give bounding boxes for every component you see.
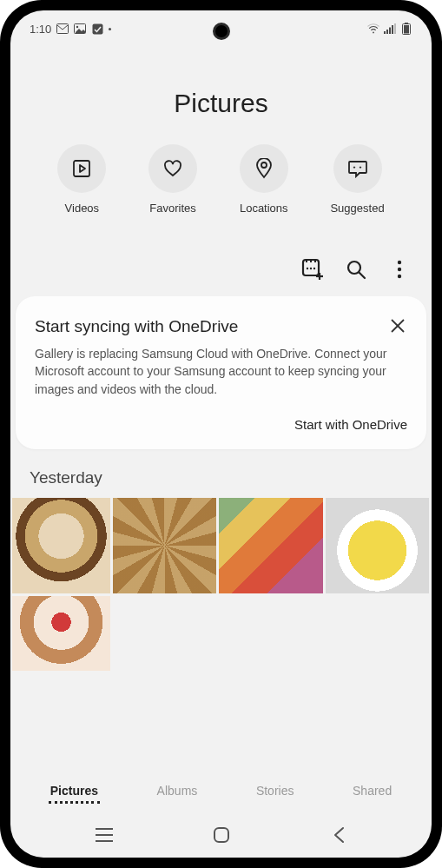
heart-icon [163,160,182,177]
svg-rect-11 [404,25,409,34]
tab-stories[interactable]: Stories [254,780,296,804]
svg-line-24 [360,273,366,279]
quick-label: Suggested [330,202,384,215]
nav-back-button[interactable] [327,823,351,847]
svg-rect-15 [306,260,307,262]
more-button[interactable] [388,258,411,281]
card-action-button[interactable]: Start with OneDrive [35,417,407,432]
quick-label: Locations [240,202,288,215]
create-button[interactable] [301,258,324,281]
search-button[interactable] [345,258,367,281]
svg-rect-4 [384,31,386,34]
onedrive-sync-card: Start syncing with OneDrive Gallery is r… [16,296,426,449]
svg-point-26 [398,268,401,271]
svg-rect-17 [314,260,316,262]
back-icon [333,826,345,844]
card-title: Start syncing with OneDrive [35,317,238,336]
system-nav-bar [10,812,432,858]
photo-thumbnail[interactable] [113,498,215,593]
tab-albums[interactable]: Albums [155,780,200,804]
svg-point-19 [310,268,312,269]
search-icon [346,259,366,280]
toolbar [10,258,432,296]
photo-thumbnail[interactable] [219,498,324,593]
svg-point-25 [398,261,401,264]
svg-rect-5 [386,30,388,34]
bottom-tabs: Pictures Albums Stories Shared [10,763,432,812]
svg-point-18 [307,268,308,269]
card-close-button[interactable] [390,318,407,335]
svg-rect-0 [57,24,69,34]
svg-rect-33 [214,828,228,842]
svg-point-2 [76,26,78,28]
status-time: 1:10 [30,23,51,36]
suggested-icon [347,159,368,178]
svg-rect-7 [392,25,393,34]
quick-suggested[interactable]: Suggested [330,144,384,215]
front-camera-cutout [213,23,230,40]
play-icon [72,159,91,178]
location-icon [255,158,273,179]
battery-icon [400,23,412,35]
svg-rect-8 [394,23,396,34]
svg-point-27 [398,275,401,278]
svg-point-13 [261,162,267,168]
check-icon [91,23,103,35]
wifi-icon [367,23,379,35]
quick-videos[interactable]: Videos [57,144,106,215]
quick-locations[interactable]: Locations [240,144,288,215]
nav-recents-button[interactable] [92,823,116,847]
photo-thumbnail[interactable] [12,498,110,593]
nav-home-button[interactable] [209,823,234,847]
photo-thumbnail[interactable] [12,596,110,671]
svg-rect-6 [389,28,391,35]
mail-icon [56,23,69,35]
quick-access-row: Videos Favorites Locations [10,144,432,215]
home-icon [213,826,230,844]
tab-pictures[interactable]: Pictures [49,780,100,804]
svg-rect-16 [310,260,312,262]
photo-thumbnail[interactable] [326,498,428,593]
quick-label: Videos [65,202,100,215]
quick-favorites[interactable]: Favorites [148,144,197,215]
create-gif-icon [301,258,324,281]
tab-shared[interactable]: Shared [351,780,393,804]
page-title: Pictures [10,89,432,118]
image-icon [74,23,86,35]
dot-icon [109,28,111,30]
close-icon [390,318,407,334]
more-icon [397,260,402,279]
svg-rect-3 [92,23,102,34]
section-title: Yesterday [10,465,432,498]
svg-point-20 [313,268,315,269]
signal-icon [384,23,396,35]
recents-icon [95,827,114,843]
svg-rect-12 [74,161,89,176]
quick-label: Favorites [149,202,195,215]
thumbnail-grid [10,498,432,671]
card-body: Gallery is replacing Samsung Cloud with … [35,345,407,398]
